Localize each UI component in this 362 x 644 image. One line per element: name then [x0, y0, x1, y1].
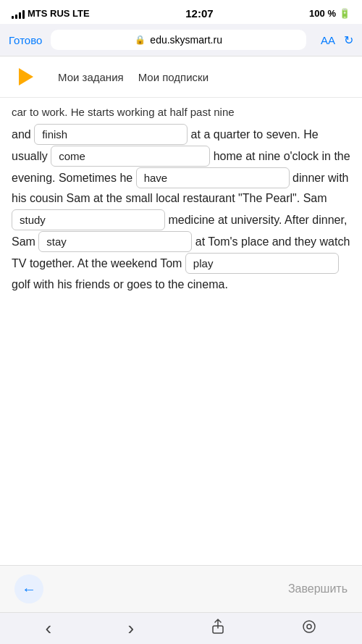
- svg-point-1: [303, 621, 315, 632]
- browser-bar: Готово 🔒 edu.skysmart.ru AA ↻: [0, 24, 362, 57]
- lock-icon: 🔒: [135, 35, 146, 45]
- partial-text: car to work. He starts working at half p…: [12, 98, 350, 118]
- back-button[interactable]: ←: [14, 574, 43, 603]
- app-logo: [12, 64, 38, 90]
- finish-button[interactable]: Завершить: [288, 582, 348, 595]
- content-area: car to work. He starts working at half p…: [0, 98, 362, 306]
- nav-subscriptions[interactable]: Мои подписки: [138, 71, 209, 83]
- status-time: 12:07: [185, 7, 213, 20]
- share-icon: [210, 619, 226, 635]
- carrier-info: MTS RUS LTE: [12, 8, 90, 19]
- battery-icon: 🔋: [339, 8, 350, 19]
- fill-input-1[interactable]: [34, 124, 188, 145]
- ios-bookmark-button[interactable]: [293, 614, 325, 643]
- battery-text: 100 %: [309, 8, 336, 19]
- back-arrow-icon: ←: [22, 581, 36, 598]
- ios-back-button[interactable]: ‹: [37, 613, 61, 644]
- ios-bottom-nav: ‹ ›: [0, 612, 362, 644]
- app-nav: Мои задания Мои подписки: [0, 57, 362, 98]
- fill-input-3[interactable]: [51, 146, 210, 167]
- nav-links: Мои задания Мои подписки: [58, 71, 209, 83]
- carrier-text: MTS RUS LTE: [28, 8, 90, 19]
- ios-share-button[interactable]: [201, 614, 235, 643]
- battery-info: 100 % 🔋: [309, 8, 350, 19]
- url-bar[interactable]: 🔒 edu.skysmart.ru: [51, 30, 306, 50]
- bookmark-icon: [302, 619, 316, 635]
- done-button[interactable]: Готово: [9, 34, 42, 46]
- exercise-text-0: and: [12, 128, 34, 141]
- refresh-button[interactable]: ↻: [344, 33, 353, 47]
- status-bar: MTS RUS LTE 12:07 100 % 🔋: [0, 0, 362, 24]
- exercise-text-12: golf with his friends or goes to the cin…: [12, 278, 228, 290]
- logo-play-icon: [19, 68, 33, 85]
- svg-point-2: [307, 624, 311, 629]
- ios-forward-button[interactable]: ›: [119, 613, 143, 644]
- aa-button[interactable]: AA: [321, 34, 335, 46]
- fill-input-5[interactable]: [136, 167, 290, 188]
- fill-input-7[interactable]: [12, 209, 165, 230]
- exercise-content: and at a quarter to seven. He usually ho…: [12, 118, 350, 306]
- nav-my-tasks[interactable]: Мои задания: [58, 71, 124, 83]
- fill-input-11[interactable]: [185, 253, 339, 274]
- fill-input-9[interactable]: [38, 231, 192, 252]
- signal-icon: [12, 9, 25, 19]
- url-text: edu.skysmart.ru: [150, 34, 222, 46]
- bottom-toolbar: ← Завершить: [0, 565, 362, 612]
